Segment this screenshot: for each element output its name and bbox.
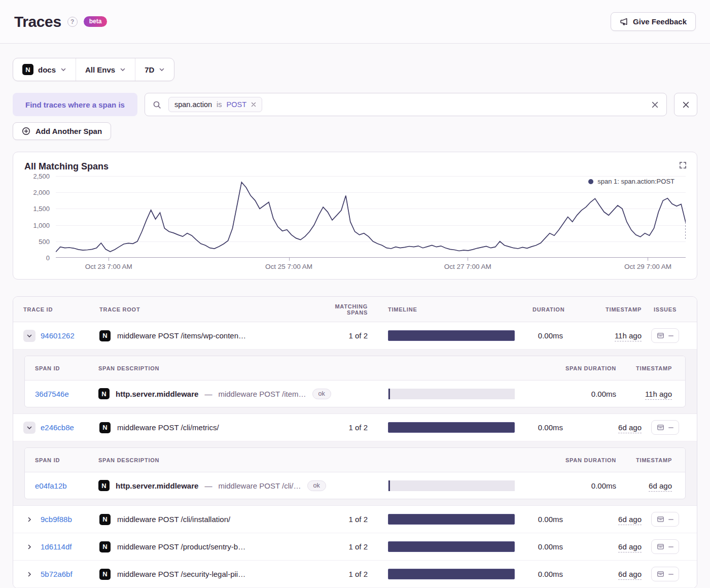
chevron-down-icon: [120, 66, 126, 73]
span-duration-value: 0.00ms: [532, 390, 616, 398]
matching-spans-value: 1 of 2: [320, 331, 388, 340]
dash-icon: [668, 519, 673, 520]
duration-value: 0.00ms: [532, 515, 578, 524]
environment-filter-label: All Envs: [85, 65, 115, 74]
col-matching-spans: MATCHING SPANS: [320, 303, 388, 316]
span-op: http.server.middleware: [116, 481, 198, 490]
search-icon: [153, 100, 161, 109]
dash-icon: [668, 574, 673, 575]
chart-plot-area: [56, 176, 686, 258]
col-span-duration: SPAN DURATION: [532, 457, 616, 463]
x-tick-label: Oct 29 7:00 AM: [624, 263, 671, 270]
chart-y-axis: 2,500 2,000 1,500 1,000 500 0: [24, 176, 56, 258]
issues-button[interactable]: [651, 420, 679, 435]
chart-body: 2,500 2,000 1,500 1,000 500 0: [24, 176, 686, 258]
span-description-text: middleware POST /item…: [218, 390, 306, 398]
give-feedback-button[interactable]: Give Feedback: [611, 12, 696, 31]
expand-chart-icon[interactable]: [679, 161, 687, 169]
nextjs-project-icon: N: [22, 64, 33, 75]
timeline-bar: [388, 514, 515, 525]
span-id-link[interactable]: e04fa12b: [35, 481, 98, 490]
y-tick-label: 0: [46, 254, 50, 262]
timeline-bar: [388, 422, 515, 433]
col-span-description: SPAN DESCRIPTION: [98, 457, 388, 463]
inbox-icon: [657, 543, 664, 550]
page-title: Traces: [14, 13, 61, 30]
x-tick-label: Oct 25 7:00 AM: [265, 263, 312, 270]
span-id-link[interactable]: 36d7546e: [35, 390, 98, 398]
timestamp-value: 11h ago: [615, 331, 642, 341]
col-span-timestamp: TIMESTAMP: [616, 365, 675, 371]
beta-badge: beta: [84, 16, 108, 27]
search-input[interactable]: [269, 93, 644, 116]
expand-row-icon[interactable]: [23, 568, 36, 580]
duration-value: 0.00ms: [532, 542, 578, 551]
traces-table-header: TRACE ID TRACE ROOT MATCHING SPANS TIMEL…: [13, 297, 697, 322]
span-search-row: Find traces where a span is span.action …: [13, 93, 697, 116]
issues-button[interactable]: [651, 567, 679, 581]
page-header: Traces ? beta Give Feedback: [0, 0, 710, 44]
trace-root-text: middleware POST /items/wp-conten…: [117, 331, 246, 340]
trace-id-link[interactable]: 5b72a6bf: [41, 570, 73, 578]
help-icon[interactable]: ?: [67, 17, 78, 27]
span-op: http.server.middleware: [116, 390, 198, 398]
issues-button[interactable]: [651, 328, 679, 343]
duration-value: 0.00ms: [532, 570, 578, 578]
add-another-span-label: Add Another Span: [36, 127, 102, 135]
remove-span-filter-button[interactable]: [674, 93, 697, 116]
token-operator: is: [217, 100, 222, 109]
all-matching-spans-chart-card: All Matching Spans span 1: span.action:P…: [13, 152, 697, 280]
span-timeline-bar: [388, 480, 515, 491]
trace-id-link[interactable]: 1d6114df: [41, 542, 72, 551]
timestamp-value: 6d ago: [618, 515, 642, 525]
trace-id-link[interactable]: 94601262: [41, 331, 75, 340]
project-filter[interactable]: N docs: [13, 58, 76, 81]
issues-button[interactable]: [651, 512, 679, 527]
expanded-spans-panel: SPAN ID SPAN DESCRIPTION SPAN DURATION T…: [13, 350, 697, 414]
dash-icon: [668, 546, 673, 547]
span-row: 36d7546e N http.server.middleware — midd…: [25, 381, 685, 407]
col-trace-id: TRACE ID: [23, 306, 99, 313]
chevron-down-icon: [159, 66, 165, 73]
span-timeline-bar: [388, 389, 515, 399]
timeline-bar: [388, 330, 515, 341]
timestamp-value: 6d ago: [618, 570, 642, 580]
trace-root-text: middleware POST /cli/metrics/: [117, 423, 219, 432]
expand-row-icon[interactable]: [23, 513, 36, 526]
date-range-filter[interactable]: 7D: [135, 58, 174, 81]
add-another-span-button[interactable]: Add Another Span: [13, 122, 111, 140]
col-span-id: SPAN ID: [35, 457, 98, 463]
spans-table-header: SPAN ID SPAN DESCRIPTION SPAN DURATION T…: [25, 448, 685, 472]
clear-search-icon[interactable]: [651, 101, 659, 109]
collapse-row-icon[interactable]: [23, 422, 36, 434]
nextjs-project-icon: N: [98, 480, 110, 491]
y-tick-label: 500: [39, 237, 50, 245]
environment-filter[interactable]: All Envs: [76, 58, 135, 81]
project-filter-label: docs: [38, 65, 56, 74]
nextjs-project-icon: N: [99, 541, 111, 552]
expand-row-icon[interactable]: [23, 541, 36, 553]
inbox-icon: [657, 570, 664, 578]
dash-icon: [668, 335, 673, 336]
col-trace-root: TRACE ROOT: [99, 306, 320, 313]
nextjs-project-icon: N: [99, 422, 111, 433]
col-timeline: TIMELINE: [388, 306, 532, 313]
nextjs-project-icon: N: [99, 514, 111, 525]
matching-spans-value: 1 of 2: [320, 423, 388, 432]
table-row: 9cb9f88b N middleware POST /cli/installa…: [13, 506, 697, 533]
search-token-span-action[interactable]: span.action is POST: [168, 97, 262, 112]
token-remove-icon[interactable]: [251, 102, 256, 107]
token-key: span.action: [174, 100, 212, 109]
span-search-box[interactable]: span.action is POST: [145, 93, 667, 116]
find-traces-label: Find traces where a span is: [13, 93, 137, 116]
collapse-row-icon[interactable]: [23, 330, 36, 342]
give-feedback-label: Give Feedback: [633, 17, 687, 26]
timestamp-value: 6d ago: [618, 542, 642, 552]
table-row: 1d6114df N middleware POST /product/sent…: [13, 533, 697, 561]
issues-button[interactable]: [651, 539, 679, 554]
page-filter-bar: N docs All Envs 7D: [13, 58, 174, 81]
trace-id-link[interactable]: e246cb8e: [41, 423, 74, 432]
span-description-text: middleware POST /cli/…: [218, 481, 301, 490]
chevron-down-icon: [60, 66, 66, 73]
trace-id-link[interactable]: 9cb9f88b: [41, 515, 72, 524]
